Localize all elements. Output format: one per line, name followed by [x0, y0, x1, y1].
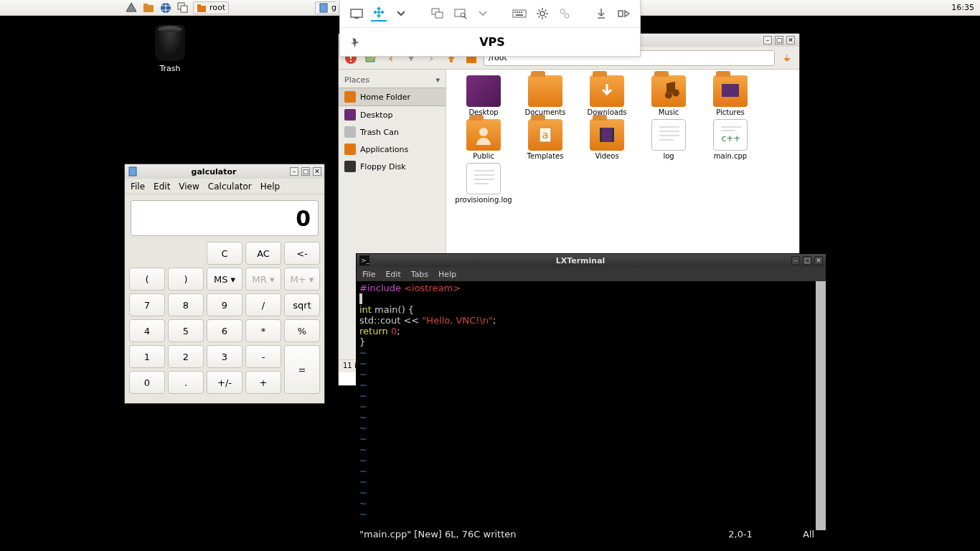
go-button[interactable]: [779, 50, 795, 66]
file-main-cpp[interactable]: c++main.cpp: [702, 119, 759, 160]
menu-view[interactable]: View: [179, 182, 199, 192]
btn-minus[interactable]: -: [245, 345, 281, 368]
btn-4[interactable]: 4: [129, 319, 165, 342]
calculator-window: galculator – □ ✕ File Edit View Calculat…: [124, 164, 325, 404]
sidebar-item-home[interactable]: Home Folder: [339, 88, 446, 106]
svg-rect-27: [350, 60, 352, 62]
folder-music[interactable]: Music: [640, 75, 697, 116]
btn-1[interactable]: 1: [129, 345, 165, 368]
btn-div[interactable]: /: [245, 293, 281, 316]
btn-plus[interactable]: +: [245, 371, 281, 394]
chevron-down-icon[interactable]: [476, 6, 491, 22]
svg-rect-33: [722, 84, 739, 97]
svg-point-22: [540, 11, 545, 16]
btn-mr[interactable]: MR ▾: [245, 268, 281, 291]
menu-calculator[interactable]: Calculator: [208, 182, 252, 192]
scrollbar-thumb[interactable]: [816, 281, 826, 530]
gear-icon[interactable]: [534, 6, 550, 22]
folder-downloads[interactable]: Downloads: [578, 75, 636, 116]
menu-help[interactable]: Help: [438, 270, 456, 279]
close-button[interactable]: ✕: [814, 256, 823, 265]
sidebar-item-applications[interactable]: Applications: [339, 141, 446, 158]
close-button[interactable]: ✕: [786, 36, 795, 44]
taskbar-app-root[interactable]: root: [193, 1, 229, 14]
file-provisioning-log[interactable]: provisioning.log: [455, 163, 512, 204]
btn-pct[interactable]: %: [284, 319, 320, 342]
vnc-windows-icon[interactable]: [430, 6, 446, 22]
scrollbar[interactable]: [816, 281, 826, 530]
menu-edit[interactable]: Edit: [154, 182, 170, 192]
apps-icon: [344, 143, 356, 155]
start-menu-icon[interactable]: [124, 1, 138, 15]
menu-file[interactable]: File: [362, 270, 375, 279]
gears-small-icon[interactable]: [557, 6, 572, 22]
svg-rect-9: [351, 9, 362, 17]
minimize-button[interactable]: –: [763, 36, 772, 44]
btn-3[interactable]: 3: [207, 345, 242, 368]
btn-dot[interactable]: .: [168, 371, 204, 394]
folder-templates[interactable]: aTemplates: [517, 119, 574, 160]
terminal-content[interactable]: #include <iostream> int main() { std::co…: [357, 281, 826, 541]
vim-statusline: "main.cpp" [New] 6L, 76C written 2,0-1 A…: [359, 529, 814, 540]
window-titlebar[interactable]: galculator – □ ✕: [125, 164, 324, 179]
sidebar-item-floppy[interactable]: Floppy Disk: [339, 158, 446, 175]
browser-launcher-icon[interactable]: [159, 1, 173, 15]
vnc-drag-icon[interactable]: [371, 6, 386, 22]
folder-desktop[interactable]: Desktop: [455, 75, 512, 116]
vnc-session-icon[interactable]: [349, 6, 364, 22]
btn-8[interactable]: 8: [168, 293, 204, 316]
minimize-button[interactable]: –: [290, 167, 298, 176]
close-button[interactable]: ✕: [313, 167, 321, 176]
svg-point-24: [565, 14, 569, 18]
btn-5[interactable]: 5: [168, 319, 204, 342]
folder-documents[interactable]: Documents: [517, 75, 574, 116]
vnc-toolbar: VPS: [339, 0, 641, 57]
sidebar-item-trash[interactable]: Trash Can: [339, 123, 446, 141]
btn-neg[interactable]: +/-: [207, 371, 242, 394]
btn-lparen[interactable]: (: [129, 268, 165, 291]
btn-sqrt[interactable]: sqrt: [284, 293, 320, 316]
btn-mplus[interactable]: M+ ▾: [284, 268, 320, 291]
svg-rect-21: [516, 14, 523, 16]
minimize-button[interactable]: –: [791, 256, 800, 265]
menu-edit[interactable]: Edit: [385, 270, 400, 279]
btn-c[interactable]: C: [207, 242, 242, 265]
svg-rect-7: [197, 4, 201, 6]
maximize-button[interactable]: □: [301, 167, 310, 176]
folder-public[interactable]: Public: [455, 119, 512, 160]
keyboard-icon[interactable]: [512, 6, 527, 22]
window-titlebar[interactable]: >_ LXTerminal – □ ✕: [357, 254, 826, 267]
places-header[interactable]: Places▾: [339, 72, 446, 88]
menu-help[interactable]: Help: [260, 182, 280, 192]
menubar: File Edit Tabs Help: [357, 267, 826, 281]
menu-tabs[interactable]: Tabs: [411, 270, 428, 279]
btn-9[interactable]: 9: [207, 293, 242, 316]
btn-back[interactable]: <-: [284, 242, 320, 265]
btn-eq[interactable]: =: [284, 345, 320, 394]
taskbar-app-galculator[interactable]: g: [315, 1, 336, 14]
folder-videos[interactable]: Videos: [578, 119, 636, 160]
sidebar-item-desktop[interactable]: Desktop: [339, 106, 446, 123]
desktop-trash[interactable]: Trash: [145, 25, 195, 73]
windows-overview-icon[interactable]: [176, 1, 190, 15]
btn-rparen[interactable]: ): [168, 268, 204, 291]
file-log[interactable]: log: [640, 119, 697, 160]
folder-pictures[interactable]: Pictures: [702, 75, 759, 116]
vnc-zoom-icon[interactable]: [453, 6, 468, 22]
disconnect-icon[interactable]: [616, 6, 631, 22]
btn-6[interactable]: 6: [207, 319, 242, 342]
btn-0[interactable]: 0: [129, 371, 165, 394]
btn-2[interactable]: 2: [168, 345, 204, 368]
btn-ac[interactable]: AC: [245, 242, 281, 265]
maximize-button[interactable]: □: [803, 256, 811, 265]
btn-7[interactable]: 7: [129, 293, 165, 316]
menu-file[interactable]: File: [131, 182, 145, 192]
chevron-down-icon[interactable]: [394, 6, 409, 22]
home-icon: [344, 91, 356, 103]
btn-ms[interactable]: MS ▾: [207, 268, 242, 291]
maximize-button[interactable]: □: [775, 36, 783, 44]
file-manager-launcher-icon[interactable]: [141, 1, 156, 15]
pin-icon[interactable]: [347, 34, 363, 50]
download-icon[interactable]: [593, 6, 608, 22]
btn-mul[interactable]: *: [245, 319, 281, 342]
